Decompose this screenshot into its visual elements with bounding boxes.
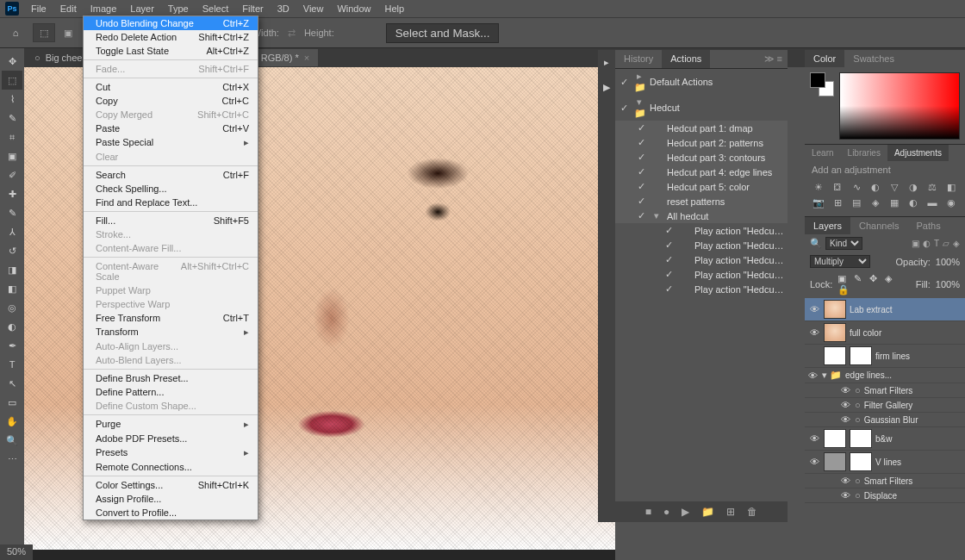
edit-menu-item[interactable]: SearchCtrl+F (84, 168, 258, 182)
edit-menu-item[interactable]: Remote Connections... (84, 460, 258, 474)
edit-menu-item[interactable]: Define Pattern... (84, 385, 258, 399)
menu-layer[interactable]: Layer (123, 1, 161, 16)
tab-paths[interactable]: Paths (908, 217, 949, 234)
action-item[interactable]: ✓Hedcut part 5: color (615, 179, 788, 194)
filter-icon[interactable]: 🔍 (810, 238, 822, 249)
lock-icons[interactable]: ▣ ✎ ✥ ◈ 🔒 (837, 273, 910, 296)
layer-smart-filter[interactable]: 👁○Smart Filters (805, 474, 965, 488)
edit-menu-item[interactable]: Fill...Shift+F5 (84, 214, 258, 227)
pen-tool-icon[interactable]: ✒ (2, 336, 22, 355)
layer-smart-filter[interactable]: 👁○Displace (805, 488, 965, 503)
tab-learn[interactable]: Learn (805, 145, 841, 161)
action-play-step[interactable]: ✓Play action "Hedcut pa... (615, 282, 788, 296)
adj-bw-icon[interactable]: ◧ (943, 180, 960, 194)
layer-smart-filter[interactable]: 👁○Smart Filters (805, 383, 965, 398)
edit-menu-item[interactable]: Purge▸ (84, 417, 258, 432)
visibility-eye-icon[interactable]: 👁 (839, 490, 851, 501)
dodge-tool-icon[interactable]: ◐ (2, 317, 22, 336)
heal-tool-icon[interactable]: ✚ (2, 184, 22, 203)
action-set-default[interactable]: ✓▸ 📁Default Actions (615, 69, 788, 95)
panel-menu-icon[interactable]: ≫ ≡ (759, 50, 788, 68)
brush-tool-icon[interactable]: ✎ (2, 203, 22, 222)
blend-mode-select[interactable]: Multiply (810, 255, 870, 268)
blur-tool-icon[interactable]: ◎ (2, 298, 22, 317)
quick-select-tool-icon[interactable]: ✎ (2, 109, 22, 128)
stop-icon[interactable]: ■ (645, 506, 651, 518)
adj-brightness-icon[interactable]: ☀ (810, 180, 827, 194)
action-item[interactable]: ✓reset patterns (615, 194, 788, 208)
panel-collapse-icon[interactable]: ▸ (604, 57, 609, 68)
edit-menu-item[interactable]: Assign Profile... (84, 492, 258, 506)
filter-adj-icon[interactable]: ◐ (923, 239, 931, 248)
tab-adjustments[interactable]: Adjustments (887, 145, 949, 161)
adj-thresh-icon[interactable]: ◐ (905, 196, 922, 209)
stamp-tool-icon[interactable]: ⅄ (2, 222, 22, 241)
lasso-tool-icon[interactable]: ⌇ (2, 90, 22, 109)
action-item[interactable]: ✓Hedcut part 4: edge lines (615, 165, 788, 179)
adj-poster-icon[interactable]: ▦ (886, 196, 903, 209)
adj-vibrance-icon[interactable]: ▽ (886, 180, 903, 194)
adj-invert-icon[interactable]: ◈ (867, 196, 884, 209)
adj-cb-icon[interactable]: ⚖ (924, 180, 941, 194)
visibility-eye-icon[interactable]: 👁 (839, 476, 851, 486)
edit-menu-item[interactable]: Define Brush Preset... (84, 371, 258, 385)
action-play-step[interactable]: ✓Play action "Hedcut pa... (615, 252, 788, 267)
menu-filter[interactable]: Filter (235, 1, 270, 16)
zoom-tool-icon[interactable]: 🔍 (2, 431, 22, 450)
action-item[interactable]: ✓Hedcut part 2: patterns (615, 135, 788, 150)
menu-view[interactable]: View (296, 1, 331, 16)
hand-tool-icon[interactable]: ✋ (2, 412, 22, 431)
edit-menu-item[interactable]: Toggle Last StateAlt+Ctrl+Z (84, 44, 258, 58)
opacity-value[interactable]: 100% (936, 257, 960, 267)
action-item[interactable]: ✓Hedcut part 1: dmap (615, 121, 788, 135)
tab-actions[interactable]: Actions (662, 50, 710, 68)
adj-grad-icon[interactable]: ▬ (924, 196, 941, 209)
menu-edit[interactable]: Edit (53, 1, 84, 16)
tab-color[interactable]: Color (805, 50, 844, 67)
filter-pixel-icon[interactable]: ▣ (912, 239, 919, 248)
eyedropper-tool-icon[interactable]: ✐ (2, 165, 22, 184)
tab-channels[interactable]: Channels (850, 217, 907, 234)
layer-row[interactable]: 👁b&w (805, 427, 965, 451)
zoom-level[interactable]: 50% (7, 546, 26, 557)
action-play-step[interactable]: ✓Play action "Hedcut pa... (615, 267, 788, 282)
active-tool-icon[interactable]: ⬚ (33, 23, 55, 42)
new-set-icon[interactable]: 📁 (701, 506, 714, 518)
visibility-eye-icon[interactable]: 👁 (808, 457, 820, 467)
menu-window[interactable]: Window (330, 1, 377, 16)
visibility-eye-icon[interactable]: 👁 (806, 370, 819, 381)
layer-row[interactable]: 👁full color (805, 321, 965, 345)
gradient-tool-icon[interactable]: ◧ (2, 279, 22, 298)
record-icon[interactable]: ● (663, 506, 669, 518)
home-icon[interactable]: ⌂ (7, 24, 24, 41)
action-set-hedcut[interactable]: ✓▾ 📁Hedcut (615, 95, 788, 121)
menu-3d[interactable]: 3D (271, 1, 296, 16)
fg-bg-swatch[interactable] (810, 72, 834, 96)
filter-shape-icon[interactable]: ▱ (943, 239, 949, 248)
filter-smart-icon[interactable]: ◈ (953, 239, 960, 248)
edit-menu-item[interactable]: Redo Delete ActionShift+Ctrl+Z (84, 30, 258, 44)
visibility-eye-icon[interactable]: 👁 (808, 327, 820, 338)
layer-row[interactable]: 👁V lines (805, 451, 965, 474)
filter-type-icon[interactable]: T (934, 239, 939, 248)
visibility-eye-icon[interactable]: 👁 (808, 304, 820, 314)
more-tools-icon[interactable]: ⋯ (2, 450, 22, 469)
edit-menu-item[interactable]: Undo Blending ChangeCtrl+Z (84, 16, 258, 30)
visibility-eye-icon[interactable]: 👁 (808, 433, 820, 444)
visibility-eye-icon[interactable]: 👁 (839, 414, 851, 425)
tab-libraries[interactable]: Libraries (841, 145, 887, 161)
layer-smart-filter[interactable]: 👁○Gaussian Blur (805, 413, 965, 427)
edit-menu-item[interactable]: Color Settings...Shift+Ctrl+K (84, 478, 258, 492)
menu-select[interactable]: Select (196, 1, 236, 16)
edit-menu-item[interactable]: Convert to Profile... (84, 506, 258, 520)
layer-smart-filter[interactable]: 👁○Filter Gallery (805, 398, 965, 413)
edit-menu-item[interactable]: PasteCtrl+V (84, 121, 258, 135)
adj-curves-icon[interactable]: ∿ (848, 180, 865, 194)
edit-menu-item[interactable]: Presets▸ (84, 445, 258, 460)
menu-image[interactable]: Image (84, 1, 124, 16)
select-and-mask-button[interactable]: Select and Mask... (386, 23, 500, 43)
action-item[interactable]: ✓Hedcut part 3: contours (615, 150, 788, 165)
new-action-icon[interactable]: ⊞ (726, 506, 735, 518)
edit-menu-item[interactable]: Free TransformCtrl+T (84, 311, 258, 325)
play-action-icon[interactable]: ▶ (682, 506, 689, 518)
